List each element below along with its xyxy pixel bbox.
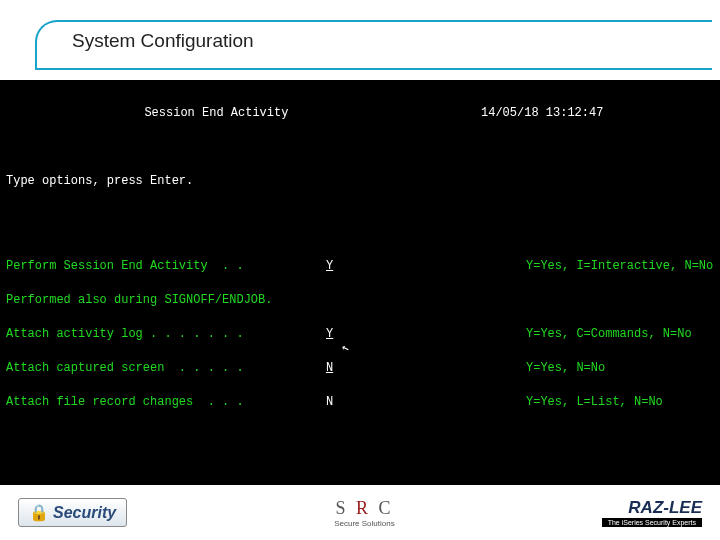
field-attach-captured-screen: Attach captured screen . . . . . N Y=Yes… bbox=[6, 360, 714, 377]
logo-razlee: RAZ-LEE The iSeries Security Experts bbox=[602, 498, 702, 527]
logo-isecurity: 🔒 Security bbox=[18, 498, 127, 527]
page-title: System Configuration bbox=[68, 30, 258, 52]
field-attach-file-record: Attach file record changes . . . N Y=Yes… bbox=[6, 394, 714, 411]
input-perform[interactable]: Y bbox=[326, 259, 333, 273]
field-performed-during-signoff: Performed also during SIGNOFF/ENDJOB. bbox=[6, 292, 714, 309]
field-attach-activity-log: Attach activity log . . . . . . . Y Y=Ye… bbox=[6, 326, 714, 343]
terminal-screen: Session End Activity 14/05/18 13:12:47 T… bbox=[0, 80, 720, 485]
input-attach-screen[interactable]: N bbox=[326, 361, 333, 375]
lock-icon: 🔒 bbox=[29, 503, 49, 522]
logo-src: S R C Secure Solutions bbox=[334, 498, 394, 528]
screen-title: Session End Activity bbox=[6, 105, 326, 122]
screen-datetime: 14/05/18 13:12:47 bbox=[481, 105, 603, 122]
field-perform-session-end: Perform Session End Activity . . Y Y=Yes… bbox=[6, 258, 714, 275]
input-attach-log[interactable]: Y bbox=[326, 327, 333, 341]
instruction-text: Type options, press Enter. bbox=[6, 173, 714, 190]
input-attach-file[interactable]: N bbox=[326, 395, 333, 409]
footer-bar: 🔒 Security S R C Secure Solutions RAZ-LE… bbox=[0, 485, 720, 540]
